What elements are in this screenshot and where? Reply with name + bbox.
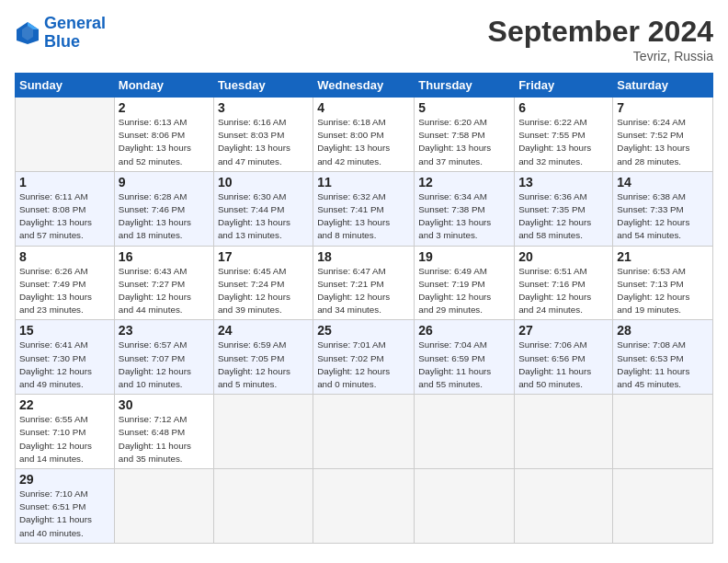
- day-number: 9: [119, 175, 210, 190]
- day-info: Sunrise: 7:08 AM Sunset: 6:53 PM Dayligh…: [617, 339, 709, 391]
- day-cell: [613, 395, 713, 469]
- day-number: 30: [119, 397, 210, 412]
- col-header-friday: Friday: [515, 74, 613, 98]
- day-number: 27: [518, 323, 609, 338]
- day-number: 22: [19, 397, 110, 412]
- week-row-1: 1Sunrise: 6:11 AM Sunset: 8:08 PM Daylig…: [16, 171, 713, 246]
- day-info: Sunrise: 6:18 AM Sunset: 8:00 PM Dayligh…: [317, 116, 410, 168]
- day-number: 5: [418, 100, 510, 115]
- day-info: Sunrise: 7:04 AM Sunset: 6:59 PM Dayligh…: [418, 339, 510, 391]
- day-cell: 12Sunrise: 6:34 AM Sunset: 7:38 PM Dayli…: [415, 171, 515, 246]
- week-row-0: 2Sunrise: 6:13 AM Sunset: 8:06 PM Daylig…: [16, 98, 713, 172]
- day-cell: 13Sunrise: 6:36 AM Sunset: 7:35 PM Dayli…: [515, 171, 613, 246]
- week-row-4: 22Sunrise: 6:55 AM Sunset: 7:10 PM Dayli…: [16, 395, 713, 469]
- day-info: Sunrise: 6:16 AM Sunset: 8:03 PM Dayligh…: [218, 116, 309, 168]
- day-cell: [16, 98, 115, 172]
- day-number: 17: [218, 249, 309, 264]
- day-cell: 25Sunrise: 7:01 AM Sunset: 7:02 PM Dayli…: [313, 320, 415, 395]
- header: General Blue September 2024 Tevriz, Russ…: [15, 15, 713, 63]
- day-cell: 26Sunrise: 7:04 AM Sunset: 6:59 PM Dayli…: [415, 320, 515, 395]
- day-number: 1: [19, 175, 110, 190]
- day-cell: [313, 395, 415, 469]
- col-header-saturday: Saturday: [613, 74, 713, 98]
- day-number: 8: [19, 249, 110, 264]
- day-cell: 10Sunrise: 6:30 AM Sunset: 7:44 PM Dayli…: [213, 171, 313, 246]
- day-cell: 6Sunrise: 6:22 AM Sunset: 7:55 PM Daylig…: [515, 98, 613, 172]
- day-cell: 29Sunrise: 7:10 AM Sunset: 6:51 PM Dayli…: [16, 469, 115, 544]
- day-cell: 18Sunrise: 6:47 AM Sunset: 7:21 PM Dayli…: [313, 246, 415, 320]
- day-cell: [415, 395, 515, 469]
- day-info: Sunrise: 6:24 AM Sunset: 7:52 PM Dayligh…: [617, 116, 709, 168]
- day-info: Sunrise: 6:57 AM Sunset: 7:07 PM Dayligh…: [119, 339, 210, 391]
- day-cell: 5Sunrise: 6:20 AM Sunset: 7:58 PM Daylig…: [415, 98, 515, 172]
- day-info: Sunrise: 6:11 AM Sunset: 8:08 PM Dayligh…: [19, 190, 110, 243]
- day-number: 28: [617, 323, 709, 338]
- day-number: 20: [518, 249, 609, 264]
- col-header-monday: Monday: [114, 74, 213, 98]
- day-cell: 21Sunrise: 6:53 AM Sunset: 7:13 PM Dayli…: [613, 246, 713, 320]
- day-info: Sunrise: 6:26 AM Sunset: 7:49 PM Dayligh…: [19, 265, 110, 317]
- day-cell: [313, 469, 415, 544]
- day-cell: 20Sunrise: 6:51 AM Sunset: 7:16 PM Dayli…: [515, 246, 613, 320]
- month-title: September 2024: [488, 15, 713, 49]
- day-info: Sunrise: 6:34 AM Sunset: 7:38 PM Dayligh…: [418, 190, 510, 243]
- day-number: 2: [119, 100, 210, 115]
- day-info: Sunrise: 6:32 AM Sunset: 7:41 PM Dayligh…: [317, 190, 410, 243]
- col-header-sunday: Sunday: [16, 74, 115, 98]
- day-number: 25: [317, 323, 410, 338]
- day-cell: 23Sunrise: 6:57 AM Sunset: 7:07 PM Dayli…: [114, 320, 213, 395]
- day-cell: 19Sunrise: 6:49 AM Sunset: 7:19 PM Dayli…: [415, 246, 515, 320]
- logo-icon: [15, 20, 40, 46]
- day-cell: 22Sunrise: 6:55 AM Sunset: 7:10 PM Dayli…: [16, 395, 115, 469]
- day-info: Sunrise: 6:30 AM Sunset: 7:44 PM Dayligh…: [218, 190, 309, 243]
- day-cell: 24Sunrise: 6:59 AM Sunset: 7:05 PM Dayli…: [213, 320, 313, 395]
- day-cell: [515, 395, 613, 469]
- day-cell: 28Sunrise: 7:08 AM Sunset: 6:53 PM Dayli…: [613, 320, 713, 395]
- calendar-table: SundayMondayTuesdayWednesdayThursdayFrid…: [15, 73, 713, 544]
- day-cell: [415, 469, 515, 544]
- day-number: 29: [19, 472, 110, 487]
- day-cell: 17Sunrise: 6:45 AM Sunset: 7:24 PM Dayli…: [213, 246, 313, 320]
- header-row: SundayMondayTuesdayWednesdayThursdayFrid…: [16, 74, 713, 98]
- logo-line2: Blue: [44, 32, 80, 51]
- day-number: 19: [418, 249, 510, 264]
- day-info: Sunrise: 7:01 AM Sunset: 7:02 PM Dayligh…: [317, 339, 410, 391]
- day-info: Sunrise: 6:41 AM Sunset: 7:30 PM Dayligh…: [19, 339, 110, 391]
- day-cell: [114, 469, 213, 544]
- col-header-thursday: Thursday: [415, 74, 515, 98]
- day-number: 15: [19, 323, 110, 338]
- day-number: 11: [317, 175, 410, 190]
- logo-text: General Blue: [44, 15, 106, 52]
- day-cell: 3Sunrise: 6:16 AM Sunset: 8:03 PM Daylig…: [213, 98, 313, 172]
- day-cell: 9Sunrise: 6:28 AM Sunset: 7:46 PM Daylig…: [114, 171, 213, 246]
- day-cell: 15Sunrise: 6:41 AM Sunset: 7:30 PM Dayli…: [16, 320, 115, 395]
- day-cell: 8Sunrise: 6:26 AM Sunset: 7:49 PM Daylig…: [16, 246, 115, 320]
- day-cell: 2Sunrise: 6:13 AM Sunset: 8:06 PM Daylig…: [114, 98, 213, 172]
- day-info: Sunrise: 6:53 AM Sunset: 7:13 PM Dayligh…: [617, 265, 709, 317]
- day-cell: [515, 469, 613, 544]
- day-info: Sunrise: 6:13 AM Sunset: 8:06 PM Dayligh…: [119, 116, 210, 168]
- day-number: 10: [218, 175, 309, 190]
- day-info: Sunrise: 6:55 AM Sunset: 7:10 PM Dayligh…: [19, 413, 110, 465]
- day-number: 14: [617, 175, 709, 190]
- day-number: 23: [119, 323, 210, 338]
- page: General Blue September 2024 Tevriz, Russ…: [0, 0, 728, 551]
- day-info: Sunrise: 7:12 AM Sunset: 6:48 PM Dayligh…: [119, 413, 210, 465]
- week-row-3: 15Sunrise: 6:41 AM Sunset: 7:30 PM Dayli…: [16, 320, 713, 395]
- day-number: 24: [218, 323, 309, 338]
- day-info: Sunrise: 6:59 AM Sunset: 7:05 PM Dayligh…: [218, 339, 309, 391]
- day-number: 16: [119, 249, 210, 264]
- day-cell: [213, 395, 313, 469]
- day-cell: 16Sunrise: 6:43 AM Sunset: 7:27 PM Dayli…: [114, 246, 213, 320]
- day-info: Sunrise: 7:06 AM Sunset: 6:56 PM Dayligh…: [518, 339, 609, 391]
- day-info: Sunrise: 6:47 AM Sunset: 7:21 PM Dayligh…: [317, 265, 410, 317]
- day-cell: [213, 469, 313, 544]
- day-cell: 27Sunrise: 7:06 AM Sunset: 6:56 PM Dayli…: [515, 320, 613, 395]
- col-header-tuesday: Tuesday: [213, 74, 313, 98]
- day-number: 6: [518, 100, 609, 115]
- day-info: Sunrise: 6:49 AM Sunset: 7:19 PM Dayligh…: [418, 265, 510, 317]
- day-cell: 7Sunrise: 6:24 AM Sunset: 7:52 PM Daylig…: [613, 98, 713, 172]
- title-block: September 2024 Tevriz, Russia: [488, 15, 713, 63]
- day-info: Sunrise: 6:36 AM Sunset: 7:35 PM Dayligh…: [518, 190, 609, 243]
- day-cell: 30Sunrise: 7:12 AM Sunset: 6:48 PM Dayli…: [114, 395, 213, 469]
